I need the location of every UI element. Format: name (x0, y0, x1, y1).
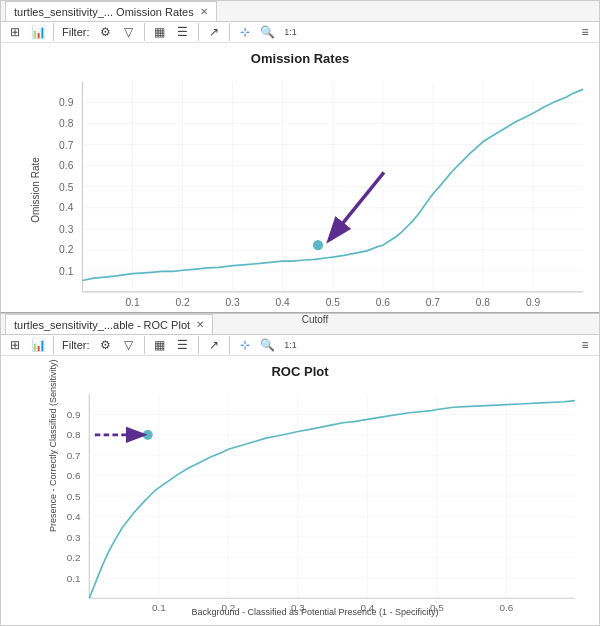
top-x-axis-label: Cutoff (41, 314, 589, 325)
top-tab-close[interactable]: ✕ (200, 6, 208, 17)
svg-text:0.3: 0.3 (59, 224, 74, 235)
b-filter-label: Filter: (62, 339, 90, 351)
svg-text:0.9: 0.9 (67, 409, 81, 420)
svg-text:0.7: 0.7 (67, 450, 81, 461)
top-tab-bar: turtles_sensitivity_... Omission Rates ✕ (1, 1, 599, 22)
b-zoom-icon[interactable]: 🔍 (258, 335, 278, 355)
cursor-icon[interactable]: ⊹ (235, 22, 255, 42)
svg-text:0.6: 0.6 (67, 470, 81, 481)
top-y-axis-label: Omission Rate (30, 157, 41, 223)
svg-text:0.8: 0.8 (67, 429, 81, 440)
svg-point-72 (143, 430, 152, 439)
bottom-chart-svg: 0.1 0.2 0.3 0.4 0.5 0.6 0.7 0.8 0.9 0.1 … (21, 383, 599, 615)
svg-text:0.8: 0.8 (476, 297, 491, 308)
b-menu-icon[interactable]: ≡ (575, 335, 595, 355)
top-chart-svg: 0.1 0.2 0.3 0.4 0.5 0.6 0.7 0.8 0.9 0.1 … (21, 70, 599, 320)
b-zoom-level[interactable]: 1:1 (281, 335, 301, 355)
zoom-level[interactable]: 1:1 (281, 22, 301, 42)
b-grid-icon[interactable]: ⊞ (5, 335, 25, 355)
sep1 (53, 23, 54, 41)
b-chart-icon[interactable]: 📊 (28, 335, 48, 355)
svg-text:0.6: 0.6 (500, 602, 514, 613)
grid-icon[interactable]: ⊞ (5, 22, 25, 42)
svg-text:0.8: 0.8 (59, 118, 74, 129)
filter-icon1[interactable]: ⚙ (96, 22, 116, 42)
svg-text:0.5: 0.5 (326, 297, 341, 308)
b-cursor-icon[interactable]: ⊹ (235, 335, 255, 355)
top-tab[interactable]: turtles_sensitivity_... Omission Rates ✕ (5, 1, 217, 21)
svg-text:0.5: 0.5 (67, 491, 81, 502)
top-tab-label: turtles_sensitivity_... Omission Rates (14, 6, 194, 18)
svg-point-38 (313, 241, 322, 250)
svg-text:0.4: 0.4 (67, 511, 81, 522)
b-filter-icon2[interactable]: ▽ (119, 335, 139, 355)
svg-text:0.1: 0.1 (67, 573, 81, 584)
svg-text:0.7: 0.7 (59, 140, 74, 151)
filter-label: Filter: (62, 26, 90, 38)
columns-icon[interactable]: ☰ (173, 22, 193, 42)
sep4 (229, 23, 230, 41)
menu-icon[interactable]: ≡ (575, 22, 595, 42)
svg-text:0.3: 0.3 (67, 532, 81, 543)
svg-text:0.1: 0.1 (59, 266, 74, 277)
b-filter-icon1[interactable]: ⚙ (96, 335, 116, 355)
export-icon[interactable]: ↗ (204, 22, 224, 42)
svg-text:0.2: 0.2 (59, 244, 74, 255)
bottom-toolbar: ⊞ 📊 Filter: ⚙ ▽ ▦ ☰ ↗ ⊹ 🔍 1:1 ≡ (1, 335, 599, 356)
top-chart-title: Omission Rates (11, 51, 589, 66)
sep3 (198, 23, 199, 41)
bottom-y-axis-label: Presence - Correctly Classified (Sensiti… (48, 432, 58, 532)
table-icon[interactable]: ▦ (150, 22, 170, 42)
svg-text:0.3: 0.3 (226, 297, 241, 308)
b-sep4 (229, 336, 230, 354)
bottom-chart-title: ROC Plot (11, 364, 589, 379)
b-sep2 (144, 336, 145, 354)
svg-text:0.2: 0.2 (175, 297, 190, 308)
svg-text:0.9: 0.9 (526, 297, 541, 308)
top-panel: turtles_sensitivity_... Omission Rates ✕… (0, 0, 600, 313)
b-sep3 (198, 336, 199, 354)
svg-text:0.6: 0.6 (59, 160, 74, 171)
svg-text:0.2: 0.2 (67, 552, 81, 563)
b-sep1 (53, 336, 54, 354)
top-toolbar: ⊞ 📊 Filter: ⚙ ▽ ▦ ☰ ↗ ⊹ 🔍 1:1 ≡ (1, 22, 599, 43)
bottom-panel: turtles_sensitivity_...able - ROC Plot ✕… (0, 313, 600, 626)
svg-text:0.5: 0.5 (59, 182, 74, 193)
filter-icon2[interactable]: ▽ (119, 22, 139, 42)
svg-text:0.6: 0.6 (376, 297, 391, 308)
svg-text:0.9: 0.9 (59, 97, 74, 108)
b-export-icon[interactable]: ↗ (204, 335, 224, 355)
bottom-chart-area: ROC Plot Presence - Correctly Classified… (1, 356, 599, 626)
svg-text:0.4: 0.4 (276, 297, 291, 308)
svg-text:0.1: 0.1 (152, 602, 166, 613)
top-chart-area: Omission Rates Omission Rate 0.1 0.2 0.3… (1, 43, 599, 337)
chart-icon[interactable]: 📊 (28, 22, 48, 42)
svg-text:0.7: 0.7 (426, 297, 441, 308)
zoom-icon[interactable]: 🔍 (258, 22, 278, 42)
svg-text:0.4: 0.4 (59, 202, 74, 213)
b-columns-icon[interactable]: ☰ (173, 335, 193, 355)
b-table-icon[interactable]: ▦ (150, 335, 170, 355)
sep2 (144, 23, 145, 41)
svg-text:0.1: 0.1 (125, 297, 140, 308)
